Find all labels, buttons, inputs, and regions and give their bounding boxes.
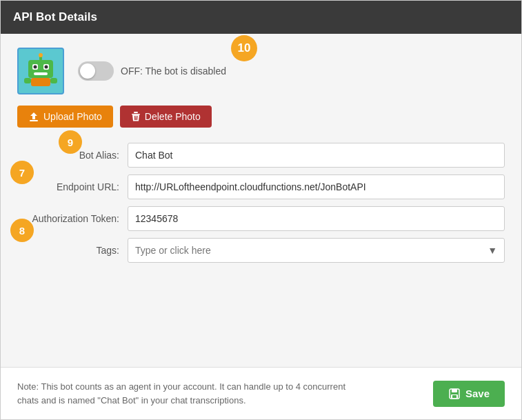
content-area: 10 bbox=[1, 34, 521, 353]
tags-label: Tags: bbox=[17, 245, 128, 256]
save-button[interactable]: Save bbox=[433, 381, 505, 407]
badge-7: 7 bbox=[10, 161, 34, 184]
endpoint-url-label: Endpoint URL: bbox=[17, 181, 128, 192]
tags-wrapper: ▼ bbox=[128, 238, 505, 263]
save-icon bbox=[448, 388, 461, 400]
toggle-status-row: OFF: The bot is disabled bbox=[78, 61, 226, 81]
photo-buttons: Upload Photo Delete Photo bbox=[17, 106, 505, 128]
svg-rect-9 bbox=[24, 78, 31, 83]
footer: Note: This bot counts as an agent in you… bbox=[1, 367, 521, 419]
badge-8: 8 bbox=[10, 219, 34, 242]
svg-rect-10 bbox=[50, 78, 57, 83]
bot-toggle[interactable] bbox=[78, 61, 114, 81]
svg-rect-5 bbox=[34, 72, 48, 75]
robot-icon bbox=[21, 52, 60, 90]
tags-input[interactable] bbox=[128, 239, 481, 262]
svg-rect-8 bbox=[31, 78, 50, 86]
svg-rect-12 bbox=[132, 114, 140, 115]
svg-point-3 bbox=[34, 66, 37, 69]
auth-token-row: Authorization Token: bbox=[17, 206, 505, 231]
form-section: 9 7 8 Bot Alias: Endpoint URL: Aut bbox=[17, 143, 505, 263]
title-bar: API Bot Details bbox=[1, 1, 521, 34]
upload-icon bbox=[28, 111, 39, 122]
page-title: API Bot Details bbox=[13, 10, 97, 23]
endpoint-url-row: Endpoint URL: bbox=[17, 174, 505, 199]
delete-photo-button[interactable]: Delete Photo bbox=[120, 106, 212, 128]
svg-rect-15 bbox=[452, 389, 457, 392]
svg-rect-17 bbox=[452, 395, 456, 398]
main-window: API Bot Details 10 bbox=[0, 0, 522, 420]
svg-point-4 bbox=[45, 66, 48, 69]
top-row: 10 bbox=[17, 48, 505, 94]
badge-9: 9 bbox=[59, 130, 82, 154]
bot-avatar bbox=[17, 48, 64, 94]
trash-icon bbox=[131, 111, 141, 122]
svg-rect-0 bbox=[28, 60, 53, 78]
auth-token-input[interactable] bbox=[128, 206, 505, 231]
bot-alias-row: Bot Alias: bbox=[17, 143, 505, 168]
tags-chevron-icon[interactable]: ▼ bbox=[481, 245, 504, 256]
bot-status-text: OFF: The bot is disabled bbox=[121, 66, 226, 77]
svg-point-7 bbox=[39, 53, 43, 57]
badge-10: 10 bbox=[231, 35, 257, 61]
auth-token-label: Authorization Token: bbox=[17, 213, 128, 224]
upload-photo-button[interactable]: Upload Photo bbox=[17, 106, 113, 128]
tags-row: Tags: ▼ bbox=[17, 238, 505, 263]
endpoint-url-input[interactable] bbox=[128, 174, 505, 199]
footer-note: Note: This bot counts as an agent in you… bbox=[17, 380, 362, 407]
svg-rect-13 bbox=[134, 112, 138, 113]
bot-alias-input[interactable] bbox=[128, 143, 505, 168]
svg-rect-11 bbox=[30, 120, 38, 121]
